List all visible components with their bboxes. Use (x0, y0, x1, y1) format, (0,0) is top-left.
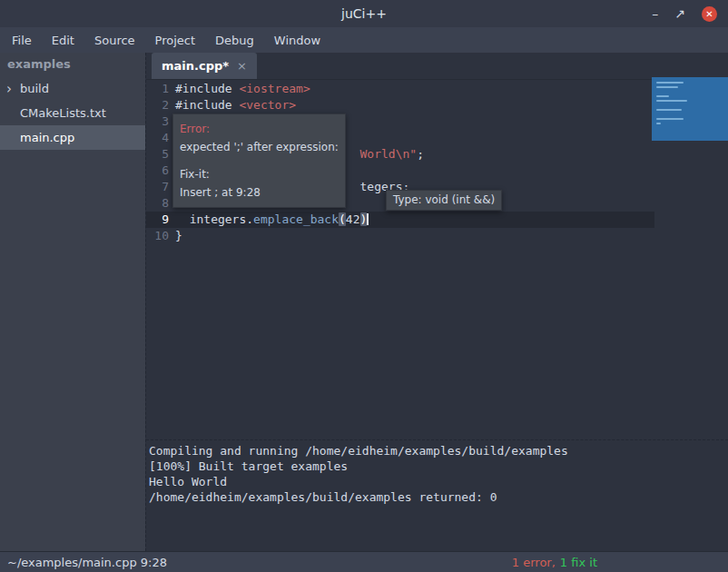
terminal-line: Compiling and running /home/eidheim/exam… (149, 443, 728, 459)
main-area: examples ›buildCMakeLists.txtmain.cpp ma… (0, 53, 728, 551)
code-editor[interactable]: 1#include <iostream>2#include <vector>34… (146, 80, 728, 439)
line-number: 7 (146, 179, 173, 195)
sidebar-item-build[interactable]: ›build (0, 76, 145, 101)
menu-project[interactable]: Project (145, 27, 205, 53)
menu-source[interactable]: Source (84, 27, 145, 53)
terminal-line: /home/eidheim/examples/build/examples re… (149, 489, 728, 505)
juci-window: juCi++ – ↗ ✕ FileEditSourceProjectDebugW… (0, 0, 728, 572)
code-line-1[interactable]: 1#include <iostream> (146, 81, 728, 97)
overview-line (656, 118, 684, 120)
overview-line (656, 123, 661, 124)
tooltip-spacer (180, 156, 339, 165)
status-location: ~/examples/main.cpp 9:28 (7, 556, 167, 569)
status-error-count: 1 error, (512, 556, 556, 569)
file-label: main.cpp (20, 131, 74, 144)
overview-line (656, 86, 678, 88)
text-caret (367, 213, 369, 225)
terminal-line: [100%] Built target examples (149, 459, 728, 474)
code-text: integers.emplace_back(42) (173, 212, 369, 228)
overview-line (656, 95, 669, 97)
titlebar: juCi++ – ↗ ✕ (0, 0, 728, 27)
tab-main-cpp-[interactable]: main.cpp*× (152, 53, 257, 79)
menubar: FileEditSourceProjectDebugWindow (0, 27, 728, 53)
statusbar: ~/examples/main.cpp 9:28 1 error,1 fix i… (0, 551, 728, 572)
fixit-title: Fix-it: (180, 165, 339, 183)
code-line-9[interactable]: 9 integers.emplace_back(42) (146, 212, 728, 228)
close-icon[interactable]: ✕ (702, 6, 717, 22)
menu-debug[interactable]: Debug (205, 27, 264, 53)
project-name: examples (0, 53, 145, 76)
fixit-text: Insert ; at 9:28 (180, 183, 339, 202)
code-text: #include <iostream> (173, 81, 310, 97)
tabbar: main.cpp*× (146, 53, 728, 80)
type-tooltip: Type: void (int &&) (386, 190, 502, 211)
code-text: } (173, 228, 182, 244)
line-number: 3 (146, 113, 173, 130)
line-number: 4 (146, 130, 173, 146)
terminal-line: Hello World (149, 474, 728, 489)
sidebar-item-main-cpp[interactable]: main.cpp (0, 125, 145, 150)
tab-label: main.cpp* (162, 59, 229, 73)
file-tree: examples ›buildCMakeLists.txtmain.cpp (0, 53, 145, 551)
overview-line (656, 82, 684, 84)
status-fixit-count: 1 fix it (560, 556, 597, 569)
error-tooltip-title: Error: (180, 120, 339, 138)
line-number: 9 (146, 212, 173, 228)
line-number: 8 (146, 195, 173, 212)
error-tooltip: Error: expected ';' after expression: Fi… (172, 113, 346, 208)
menu-edit[interactable]: Edit (42, 27, 84, 53)
maximize-icon[interactable]: ↗ (674, 6, 685, 21)
overview-map[interactable] (652, 77, 728, 141)
file-tree-items: ›buildCMakeLists.txtmain.cpp (0, 76, 145, 150)
tab-close-icon[interactable]: × (237, 59, 247, 73)
line-number: 10 (146, 228, 173, 244)
chevron-right-icon[interactable]: › (6, 82, 12, 95)
code-line-2[interactable]: 2#include <vector> (146, 97, 728, 113)
line-number: 2 (146, 97, 173, 113)
line-number: 1 (146, 81, 173, 97)
file-label: build (20, 82, 49, 95)
status-diagnostics: 1 error,1 fix it (512, 556, 597, 569)
overview-line (656, 100, 687, 102)
overview-line (656, 109, 682, 111)
code-line-10[interactable]: 10} (146, 228, 728, 244)
menu-file[interactable]: File (2, 27, 42, 53)
code-text: #include <vector> (173, 97, 296, 113)
window-controls: – ↗ ✕ (652, 0, 717, 27)
line-number: 5 (146, 146, 173, 163)
error-tooltip-message: expected ';' after expression: (180, 138, 339, 156)
file-label: CMakeLists.txt (20, 106, 106, 120)
terminal-output[interactable]: Compiling and running /home/eidheim/exam… (146, 439, 728, 551)
window-title: juCi++ (341, 6, 387, 21)
line-number: 6 (146, 163, 173, 179)
menu-window[interactable]: Window (264, 27, 330, 53)
sidebar-item-cmakelists-txt[interactable]: CMakeLists.txt (0, 101, 145, 125)
editor-pane: main.cpp*× 1#include <iostream>2#include… (145, 53, 728, 551)
minimize-icon[interactable]: – (652, 6, 658, 21)
